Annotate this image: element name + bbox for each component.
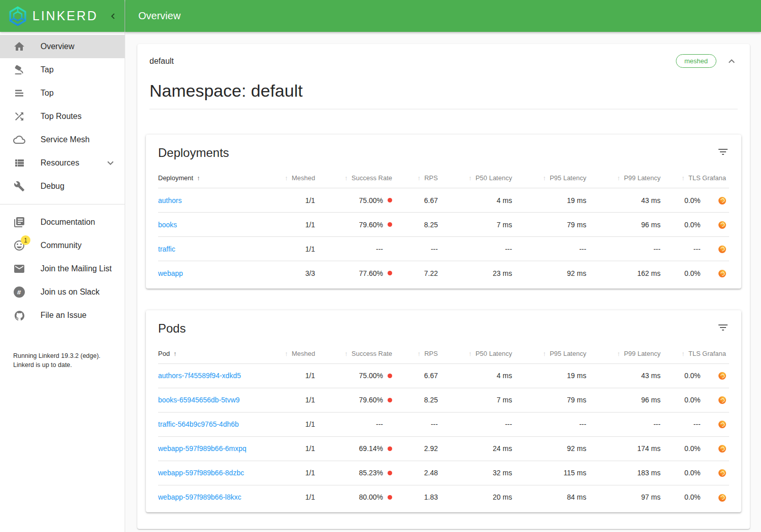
sidebar-item-label: Service Mesh xyxy=(41,135,117,144)
chevron-up-icon xyxy=(726,55,738,67)
deployment-link[interactable]: authors xyxy=(158,196,182,204)
chevron-down-icon[interactable] xyxy=(104,157,117,169)
cell-p99: 183 ms xyxy=(586,461,661,485)
sidebar-item-debug[interactable]: Debug xyxy=(0,175,125,198)
deployments-card: Deployments Deployment Meshed Suc xyxy=(146,135,741,289)
table-row: authors 1/1 75.00% 6.67 4 ms 19 ms 43 ms… xyxy=(158,188,729,213)
col-meshed[interactable]: Meshed xyxy=(258,169,315,188)
cell-meshed: 1/1 xyxy=(258,412,315,436)
cell-rps: 2.92 xyxy=(392,436,438,461)
shuffle-icon xyxy=(13,110,25,122)
cell-tls: --- xyxy=(661,412,701,436)
linkerd-logo-icon xyxy=(7,6,28,27)
col-deployment[interactable]: Deployment xyxy=(158,169,258,188)
col-p50[interactable]: P50 Latency xyxy=(438,169,512,188)
col-pod[interactable]: Pod xyxy=(158,345,258,364)
col-grafana: Grafana xyxy=(701,345,729,364)
sidebar-item-top-routes[interactable]: Top Routes xyxy=(0,105,125,128)
cell-meshed: 1/1 xyxy=(258,363,315,388)
filter-icon[interactable] xyxy=(717,321,729,334)
sidebar-item-top[interactable]: Top xyxy=(0,81,125,105)
sidebar-item-label: Resources xyxy=(41,158,104,168)
grafana-icon[interactable] xyxy=(718,221,726,229)
col-p50[interactable]: P50 Latency xyxy=(438,345,512,364)
sidebar-links: Documentation 1 Community Join the Maili… xyxy=(0,208,125,330)
cell-tls: 0.0% xyxy=(661,188,701,213)
grafana-icon[interactable] xyxy=(718,469,726,477)
col-meshed[interactable]: Meshed xyxy=(258,345,315,364)
status-dot xyxy=(388,374,392,378)
table-row: webapp-597f989b66-l8kxc 1/1 80.00% 1.83 … xyxy=(158,485,729,509)
col-success-rate[interactable]: Success Rate xyxy=(315,345,392,364)
col-rps[interactable]: RPS xyxy=(392,345,438,364)
cell-tls: 0.0% xyxy=(661,485,701,509)
sidebar-collapse-button[interactable] xyxy=(106,10,120,23)
col-tls[interactable]: TLS xyxy=(661,169,701,188)
pod-link[interactable]: authors-7f45589f94-xdkd5 xyxy=(158,372,241,380)
filter-icon[interactable] xyxy=(717,146,729,158)
pod-link[interactable]: webapp-597f989b66-6mxpq xyxy=(158,444,246,453)
sidebar-item-resources[interactable]: Resources xyxy=(0,151,125,175)
sidebar-item-file-issue[interactable]: File an Issue xyxy=(0,304,125,327)
cell-success-rate: 77.60% xyxy=(315,261,392,285)
collapse-namespace-button[interactable] xyxy=(726,55,738,67)
col-rps[interactable]: RPS xyxy=(392,169,438,188)
grafana-icon[interactable] xyxy=(718,197,726,204)
cell-tls: 0.0% xyxy=(661,261,701,285)
status-dot xyxy=(388,198,392,202)
sidebar: LINKERD Overview Tap Top Top Ro xyxy=(0,0,125,532)
grafana-icon[interactable] xyxy=(718,421,726,428)
app-header: Overview xyxy=(125,0,761,32)
cell-p99: 162 ms xyxy=(586,261,661,285)
sidebar-item-tap[interactable]: Tap xyxy=(0,58,125,81)
status-dot xyxy=(388,271,392,275)
pod-link[interactable]: books-65945656db-5tvw9 xyxy=(158,396,240,404)
pod-link[interactable]: traffic-564b9c9765-4dh6b xyxy=(158,420,239,428)
logo-text: LINKERD xyxy=(32,9,106,23)
sidebar-item-slack[interactable]: Join us on Slack xyxy=(0,280,125,304)
grafana-icon[interactable] xyxy=(718,396,726,404)
table-header-row: Deployment Meshed Success Rate RPS P50 L… xyxy=(158,169,729,188)
cell-tls: 0.0% xyxy=(661,388,701,412)
cell-success-rate: --- xyxy=(315,412,392,436)
home-icon xyxy=(13,40,25,53)
table-row: traffic 1/1 --- --- --- --- --- --- xyxy=(158,237,729,261)
cell-success-rate: --- xyxy=(315,237,392,261)
cell-meshed: 1/1 xyxy=(258,188,315,213)
main-area: Overview default meshed Namespace: defau… xyxy=(125,0,761,532)
sidebar-item-overview[interactable]: Overview xyxy=(0,35,125,58)
pods-table: Pod Meshed Success Rate RPS P50 Latency … xyxy=(158,345,729,510)
col-success-rate[interactable]: Success Rate xyxy=(315,169,392,188)
col-p95[interactable]: P95 Latency xyxy=(512,345,587,364)
version-line-1: Running Linkerd 19.3.2 (edge). xyxy=(13,351,117,360)
sidebar-item-community[interactable]: 1 Community xyxy=(0,234,125,257)
sidebar-item-label: Join us on Slack xyxy=(41,288,117,297)
col-tls[interactable]: TLS xyxy=(661,345,701,364)
deployment-link[interactable]: webapp xyxy=(158,269,183,277)
cell-tls: 0.0% xyxy=(661,461,701,485)
grafana-icon[interactable] xyxy=(718,270,726,277)
library-books-icon xyxy=(13,216,25,228)
grafana-icon[interactable] xyxy=(718,494,726,502)
cell-p95: 79 ms xyxy=(512,388,587,412)
grafana-icon[interactable] xyxy=(718,245,726,253)
sidebar-item-label: Documentation xyxy=(41,218,117,227)
pod-link[interactable]: webapp-597f989b66-l8kxc xyxy=(158,493,241,501)
col-p99[interactable]: P99 Latency xyxy=(586,169,661,188)
deployment-link[interactable]: books xyxy=(158,221,177,229)
pod-link[interactable]: webapp-597f989b66-8dzbc xyxy=(158,469,244,477)
col-p95[interactable]: P95 Latency xyxy=(512,169,587,188)
sidebar-item-mailing-list[interactable]: Join the Mailing List xyxy=(0,257,125,280)
grafana-icon[interactable] xyxy=(718,445,726,453)
github-icon xyxy=(13,309,25,321)
cell-p50: --- xyxy=(438,237,512,261)
cell-rps: --- xyxy=(392,237,438,261)
pods-title: Pods xyxy=(158,321,717,336)
sidebar-item-label: Top xyxy=(41,89,117,98)
grafana-icon[interactable] xyxy=(718,372,726,380)
sidebar-item-service-mesh[interactable]: Service Mesh xyxy=(0,128,125,151)
col-p99[interactable]: P99 Latency xyxy=(586,345,661,364)
sidebar-item-documentation[interactable]: Documentation xyxy=(0,211,125,234)
deployment-link[interactable]: traffic xyxy=(158,245,175,253)
cell-p95: 19 ms xyxy=(512,363,587,388)
